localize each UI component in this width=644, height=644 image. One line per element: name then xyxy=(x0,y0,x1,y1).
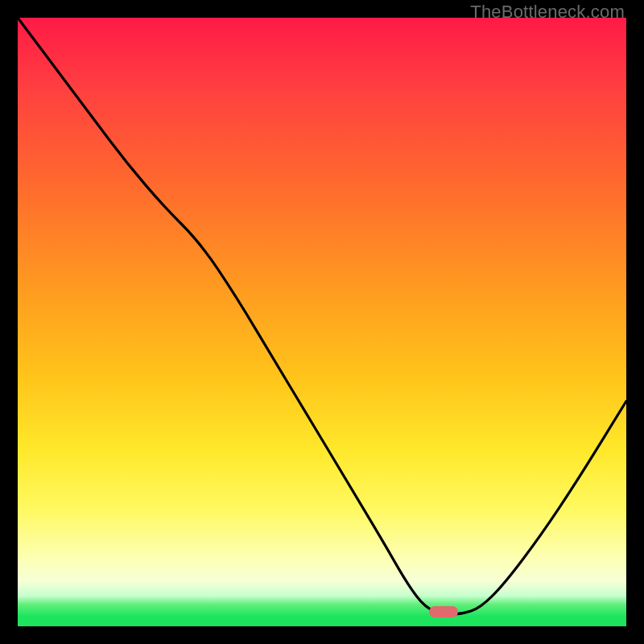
chart-frame: TheBottleneck.com xyxy=(0,0,644,644)
plot-area xyxy=(18,18,626,626)
watermark-text: TheBottleneck.com xyxy=(470,2,625,23)
bottleneck-curve-path xyxy=(18,18,626,614)
optimal-marker xyxy=(429,606,458,617)
bottleneck-curve xyxy=(18,18,626,626)
